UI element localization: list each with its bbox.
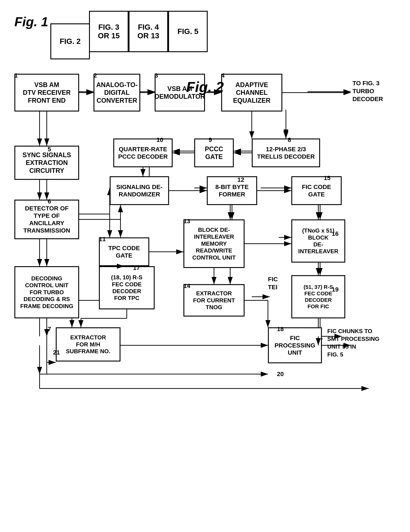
label-21: 21 — [53, 349, 60, 356]
block-byte-former: 8-BIT BYTE FORMER — [207, 176, 257, 205]
block-pccc-gate: PCCC GATE — [194, 139, 234, 167]
block-trellis: 12-PHASE 2/3 TRELLIS DECODER — [252, 139, 320, 167]
label-10: 10 — [156, 136, 163, 143]
block-fic-processing: FIC PROCESSING UNIT — [268, 327, 322, 363]
label-5: 5 — [48, 146, 51, 153]
block-sync: SYNC SIGNALS EXTRACTION CIRCUITRY — [14, 146, 79, 180]
label-15: 15 — [324, 174, 331, 181]
block-quarter-rate: QUARTER-RATE PCCC DECODER — [113, 139, 173, 167]
label-20: 20 — [277, 370, 284, 378]
block-rs-tpc: (18, 10) R-S FEC CODE DECODER FOR TPC — [99, 266, 155, 309]
label-8: 8 — [288, 136, 291, 143]
fic-chunks-label: FIC CHUNKS TOSMT PROCESSINGUNIT 55 INFIG… — [327, 327, 380, 359]
block-rs-fic: (51, 37) R-S FEC CODE DECODER FOR FIC — [291, 275, 345, 318]
block-detector: DETECTOR OF TYPE OF ANCILLARY TRANSMISSI… — [14, 200, 79, 239]
block-block-de: BLOCK DE- INTERLEAVER MEMORY READ/WRITE … — [183, 219, 245, 268]
label-19: 19 — [332, 286, 339, 293]
label-17: 17 — [133, 264, 140, 271]
fig1-diagram: FIG. 2 FIG. 3 OR 15 FIG. 4 OR 13 FIG. 5 — [50, 11, 208, 52]
block-signaling-de: SIGNALING DE- RANDOMIZER — [110, 176, 169, 205]
label-13: 13 — [183, 218, 190, 225]
block-extractor-tnog: EXTRACTOR FOR CURRENT TNOG — [183, 284, 245, 316]
fig1-title: Fig. 1 — [14, 14, 48, 29]
fig1-box-2: FIG. 3 OR 15 — [89, 11, 129, 52]
fig1-box-1: FIG. 2 — [50, 23, 90, 59]
fic-tei-label: FICTEI — [268, 275, 278, 291]
fig1-box-3: FIG. 4 OR 13 — [129, 11, 168, 52]
label-9: 9 — [209, 136, 212, 143]
label-3: 3 — [155, 72, 158, 79]
label-2: 2 — [94, 72, 97, 79]
label-14: 14 — [183, 282, 190, 289]
block-fic-gate: FIC CODE GATE — [291, 176, 342, 205]
label-7: 7 — [48, 325, 51, 332]
fig2-title: Fig. 2 — [0, 79, 410, 95]
label-16: 16 — [332, 230, 339, 237]
label-12: 12 — [237, 176, 244, 183]
label-18: 18 — [277, 325, 284, 332]
block-decoding-ctrl: DECODING CONTROL UNIT FOR TURBO DECODING… — [14, 266, 79, 318]
label-11: 11 — [99, 236, 106, 243]
label-1: 1 — [14, 72, 18, 79]
label-4: 4 — [221, 72, 225, 79]
block-tpc-gate: TPC CODE GATE — [99, 238, 149, 266]
fig1-box-4: FIG. 5 — [168, 11, 208, 52]
label-6: 6 — [48, 198, 51, 205]
block-tnog: (TNoG x 51) BLOCK DE-INTERLEAVER — [291, 219, 345, 263]
block-extractor-mh: EXTRACTOR FOR M/H SUBFRAME NO. — [56, 327, 121, 361]
page-container: Fig. 1 FIG. 2 FIG. 3 OR 15 FIG. 4 OR 13 … — [0, 0, 410, 532]
